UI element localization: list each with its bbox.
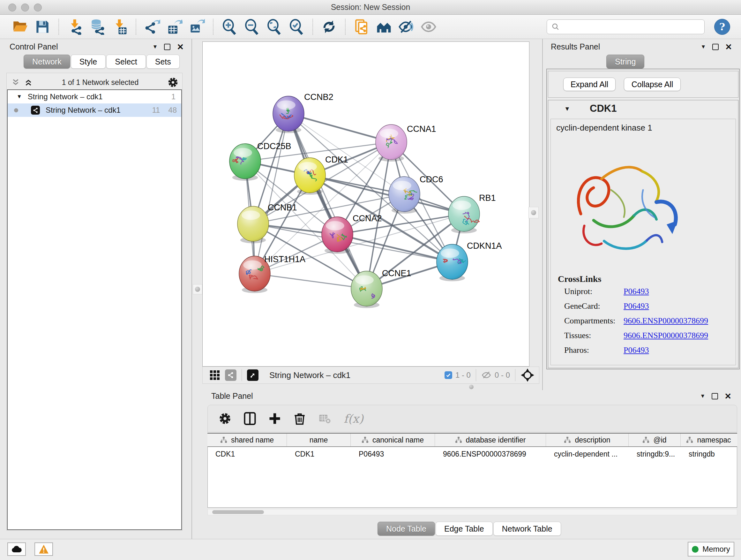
zoom-selected-button[interactable] <box>287 17 306 37</box>
left-splitter[interactable] <box>192 39 192 539</box>
column-header-description[interactable]: description <box>546 434 629 446</box>
network-node-CCNA2[interactable]: CCNA2 <box>322 213 382 254</box>
delete-table-button <box>316 410 333 428</box>
gear-icon[interactable] <box>167 77 179 88</box>
network-node-HIST1H1A[interactable]: HIST1H1A <box>239 254 306 293</box>
network-row[interactable]: String Network – cdk1 11 48 <box>8 104 181 117</box>
right-splitter[interactable] <box>542 39 543 390</box>
close-panel-icon[interactable]: ✕ <box>724 394 731 399</box>
memory-button[interactable]: Memory <box>688 542 734 557</box>
maximize-panel-icon[interactable] <box>164 44 171 50</box>
delete-column-button[interactable] <box>291 410 309 428</box>
hide-selected-button[interactable] <box>397 17 416 37</box>
table-body: CDK1CDK1P064939606.ENSP00000378699cyclin… <box>207 447 737 508</box>
zoom-in-button[interactable] <box>220 17 239 37</box>
gene-description: cyclin-dependent kinase 1 <box>556 123 652 133</box>
tab-network[interactable]: Network <box>23 55 70 69</box>
apply-layout-button[interactable] <box>320 17 339 37</box>
zoom-fit-button[interactable] <box>265 17 284 37</box>
tab-sets[interactable]: Sets <box>146 55 180 69</box>
import-database-icon <box>89 19 105 35</box>
birdseye-view-icon[interactable] <box>247 369 259 381</box>
collapse-all-icon[interactable] <box>11 78 20 87</box>
network-node-RB1[interactable]: RB1 <box>448 193 496 233</box>
horizontal-scrollbar[interactable] <box>207 509 737 515</box>
tab-node-table[interactable]: Node Table <box>378 522 435 536</box>
crosslink-link[interactable]: 9606.ENSP00000378699 <box>623 316 708 329</box>
left-splitter-handle[interactable] <box>193 284 202 294</box>
node-label-CDKN1A: CDKN1A <box>467 241 502 251</box>
column-header-label: namespac <box>697 436 731 444</box>
network-label: String Network – cdk1 <box>46 106 121 115</box>
import-network-button[interactable] <box>65 17 84 37</box>
network-node-CDC25B[interactable]: CDC25B <box>229 141 291 181</box>
network-collection-row[interactable]: ▼ String Network – cdk1 1 <box>8 90 181 104</box>
column-header-database-identifier[interactable]: database identifier <box>435 434 546 446</box>
crosshair-icon[interactable] <box>521 368 535 382</box>
help-button[interactable]: ? <box>714 19 730 35</box>
search-input[interactable] <box>563 22 700 32</box>
column-header-shared-name[interactable]: shared name <box>207 434 287 446</box>
collection-expand-icon[interactable]: ▼ <box>17 94 22 100</box>
crosslink-link[interactable]: P06493 <box>623 346 649 358</box>
float-panel-icon[interactable]: ▼ <box>700 393 705 399</box>
maximize-panel-icon[interactable] <box>712 393 718 399</box>
first-neighbors-button[interactable] <box>374 17 394 37</box>
close-panel-icon[interactable]: ✕ <box>177 44 184 50</box>
network-node-CCNE1[interactable]: CCNE1 <box>351 268 411 308</box>
export-image-button[interactable] <box>187 17 206 37</box>
toolbar-separator <box>136 19 136 35</box>
collapse-all-button[interactable]: Collapse All <box>624 78 681 91</box>
create-column-button[interactable] <box>266 410 284 428</box>
column-header-namespac[interactable]: namespac <box>681 434 737 446</box>
cloud-icon <box>11 545 22 553</box>
gene-collapse-icon[interactable]: ▼ <box>564 105 570 112</box>
network-node-CDC6[interactable]: CDC6 <box>389 175 443 213</box>
tab-style[interactable]: Style <box>71 55 106 69</box>
crosslink-link[interactable]: 9606.ENSP00000378699 <box>623 331 708 344</box>
export-network-button[interactable] <box>143 17 162 37</box>
tab-string[interactable]: String <box>606 55 644 69</box>
close-panel-icon[interactable]: ✕ <box>725 44 732 50</box>
crosslink-link[interactable]: P06493 <box>623 287 649 300</box>
tab-edge-table[interactable]: Edge Table <box>435 522 493 536</box>
edge-count: 48 <box>168 106 177 115</box>
column-header-canonical-name[interactable]: canonical name <box>351 434 435 446</box>
crosslink-link[interactable]: P06493 <box>623 301 649 314</box>
horizontal-splitter-handle[interactable] <box>467 384 476 389</box>
warnings-button[interactable] <box>35 543 53 556</box>
float-panel-icon[interactable]: ▼ <box>152 44 158 50</box>
column-header-name[interactable]: name <box>287 434 351 446</box>
right-splitter-handle[interactable] <box>529 207 539 219</box>
scrollbar-thumb[interactable] <box>212 510 264 514</box>
expand-all-icon[interactable] <box>23 78 33 87</box>
current-network-name: String Network – cdk1 <box>269 370 350 380</box>
column-header-@id[interactable]: @id <box>629 434 681 446</box>
network-canvas[interactable]: CCNB2CCNA1CDC25BCDK1CDC6RB1CCNB1CCNA2CDK… <box>202 42 529 367</box>
tab-network-table[interactable]: Network Table <box>493 522 561 536</box>
expand-all-button[interactable]: Expand All <box>563 78 616 91</box>
table-settings-button[interactable] <box>216 410 234 428</box>
maximize-panel-icon[interactable] <box>712 44 719 50</box>
import-network-from-database-button[interactable] <box>88 17 107 37</box>
save-session-button[interactable] <box>33 17 52 37</box>
network-graph[interactable]: CCNB2CCNA1CDC25BCDK1CDC6RB1CCNB1CCNA2CDK… <box>203 42 529 366</box>
duplicate-network-button[interactable] <box>352 17 371 37</box>
network-view-toolbar: String Network – cdk1 1 - 0 0 - 0 <box>202 367 539 384</box>
grid-view-icon[interactable] <box>209 369 220 381</box>
network-node-CDK1[interactable]: CDK1 <box>294 155 348 195</box>
network-node-CDKN1A[interactable]: CDKN1A <box>436 241 502 281</box>
export-table-button[interactable] <box>165 17 184 37</box>
selected-checkbox-icon[interactable] <box>445 371 452 379</box>
tab-select[interactable]: Select <box>106 55 145 69</box>
table-row[interactable]: CDK1CDK1P064939606.ENSP00000378699cyclin… <box>208 447 737 460</box>
zoom-out-button[interactable] <box>242 17 261 37</box>
import-table-button[interactable] <box>110 17 129 37</box>
network-list-view-icon[interactable] <box>225 369 237 381</box>
show-columns-button[interactable] <box>241 410 259 428</box>
float-panel-icon[interactable]: ▼ <box>700 44 706 50</box>
open-session-button[interactable] <box>10 17 30 37</box>
protein-structure-image <box>563 145 691 270</box>
cloud-button[interactable] <box>7 543 26 556</box>
network-node-CCNB1[interactable]: CCNB1 <box>238 203 297 243</box>
